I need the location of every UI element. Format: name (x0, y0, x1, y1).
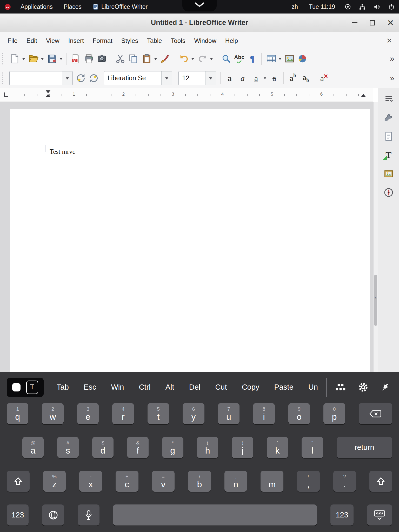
maximize-button[interactable] (370, 20, 375, 25)
kb-copy-key[interactable]: Copy (241, 383, 261, 391)
tab-stop-selector[interactable] (4, 92, 8, 97)
kb-tab-key[interactable]: Tab (56, 383, 70, 391)
document-close-icon[interactable]: ✕ (386, 37, 396, 44)
key-u[interactable]: 7u (218, 403, 240, 424)
comma-key[interactable]: !, (297, 471, 320, 492)
kb-ctrl-key[interactable]: Ctrl (138, 383, 151, 391)
return-key[interactable]: return (337, 437, 392, 458)
toolbar-overflow-button[interactable]: » (390, 74, 398, 83)
key-n[interactable]: ;n (224, 471, 247, 492)
extra-keys-grid-icon[interactable] (335, 383, 346, 391)
insert-table-button[interactable] (265, 51, 277, 66)
font-size-dropdown[interactable] (205, 71, 216, 85)
clear-formatting-button[interactable]: a✕ (318, 71, 330, 86)
print-button[interactable] (83, 51, 95, 66)
kb-win-key[interactable]: Win (110, 383, 125, 391)
minimize-button[interactable] (352, 22, 357, 23)
key-d[interactable]: $d (92, 437, 114, 458)
clock[interactable]: Tue 11:19 (307, 2, 337, 11)
key-w[interactable]: 2w (42, 403, 63, 424)
keyboard-notch[interactable] (182, 0, 217, 11)
key-g[interactable]: *g (162, 437, 183, 458)
save-dropdown[interactable] (59, 51, 63, 66)
kb-cut-key[interactable]: Cut (214, 383, 228, 391)
toolbar-overflow-button[interactable]: » (390, 54, 398, 63)
right-indent-marker[interactable] (361, 94, 366, 97)
volume-icon[interactable] (374, 3, 380, 10)
window-titlebar[interactable]: Untitled 1 - LibreOffice Writer ✕ (0, 14, 399, 32)
document-text[interactable]: Test mrvc (50, 148, 75, 155)
menu-styles[interactable]: Styles (117, 35, 143, 46)
vertical-scrollbar[interactable]: ‹ (373, 102, 378, 372)
key-h[interactable]: (h (197, 437, 218, 458)
menu-view[interactable]: View (42, 35, 64, 46)
dictation-key[interactable] (78, 504, 99, 526)
backspace-key[interactable] (359, 403, 392, 424)
menu-edit[interactable]: Edit (22, 35, 42, 46)
insert-chart-button[interactable] (296, 51, 308, 66)
strikethrough-button[interactable]: a (268, 71, 280, 86)
keyboard-mode-toggle[interactable]: T (7, 378, 44, 397)
font-size-combobox[interactable]: 12 (178, 71, 216, 85)
insert-image-button[interactable] (283, 51, 295, 66)
new-style-button[interactable] (88, 71, 100, 86)
close-button[interactable]: ✕ (387, 19, 394, 27)
key-k[interactable]: 'k (267, 437, 288, 458)
topbar-places[interactable]: Places (62, 2, 83, 11)
paragraph-style-dropdown[interactable] (62, 71, 72, 85)
sidebar-settings-button[interactable] (382, 93, 395, 105)
topbar-active-app[interactable]: LibreOffice Writer (91, 2, 149, 11)
key-y[interactable]: 6y (183, 403, 204, 424)
toolbar-drag-handle[interactable] (2, 53, 6, 64)
redo-dropdown[interactable] (209, 51, 214, 66)
kb-paste-key[interactable]: Paste (273, 383, 295, 391)
key-q[interactable]: 1q (7, 403, 28, 424)
undo-button[interactable] (178, 51, 190, 66)
bold-button[interactable]: a (224, 71, 236, 86)
gallery-deck-button[interactable] (382, 168, 395, 180)
screencast-icon[interactable] (344, 3, 351, 10)
paragraph-style-combobox[interactable] (9, 71, 73, 85)
export-pdf-button[interactable] (70, 51, 82, 66)
spelling-button[interactable]: Abc (233, 51, 245, 66)
styles-deck-button[interactable]: T (382, 149, 395, 161)
key-r[interactable]: 4r (112, 403, 134, 424)
space-key[interactable] (113, 504, 317, 526)
left-shift-key[interactable] (7, 471, 30, 492)
key-o[interactable]: 9o (288, 403, 310, 424)
settings-gear-icon[interactable] (358, 382, 368, 393)
menu-file[interactable]: File (3, 35, 22, 46)
key-a[interactable]: @a (22, 437, 44, 458)
update-style-button[interactable] (75, 71, 87, 86)
pin-icon[interactable] (380, 382, 390, 392)
key-j[interactable]: )j (232, 437, 253, 458)
key-t[interactable]: 5t (148, 403, 169, 424)
kb-del-key[interactable]: Del (188, 383, 202, 391)
insert-table-dropdown[interactable] (278, 51, 282, 66)
key-c[interactable]: +c (116, 471, 138, 492)
toolbar-drag-handle[interactable] (2, 72, 6, 84)
topbar-applications[interactable]: Applications (19, 2, 54, 11)
paste-button[interactable] (141, 51, 153, 66)
navigator-deck-button[interactable] (382, 187, 395, 198)
hide-keyboard-key[interactable] (367, 504, 392, 526)
menu-help[interactable]: Help (221, 35, 242, 46)
menu-table[interactable]: Table (143, 35, 166, 46)
key-p[interactable]: 0p (323, 403, 345, 424)
horizontal-ruler[interactable]: 123456 (0, 88, 373, 102)
key-x[interactable]: -x (79, 471, 102, 492)
properties-deck-button[interactable] (382, 112, 395, 124)
network-icon[interactable] (359, 3, 366, 10)
subscript-button[interactable]: ab (300, 71, 312, 86)
menu-tools[interactable]: Tools (166, 35, 190, 46)
paste-dropdown[interactable] (153, 51, 158, 66)
print-preview-button[interactable] (96, 51, 108, 66)
key-z[interactable]: %z (43, 471, 66, 492)
sidebar-hide-handle[interactable]: ‹ (374, 290, 378, 304)
find-replace-button[interactable] (220, 51, 232, 66)
key-l[interactable]: "l (302, 437, 323, 458)
right-shift-key[interactable] (369, 471, 392, 492)
page-deck-button[interactable] (382, 130, 395, 142)
numbers-key-right[interactable]: 123 (330, 504, 354, 526)
cut-button[interactable] (114, 51, 126, 66)
